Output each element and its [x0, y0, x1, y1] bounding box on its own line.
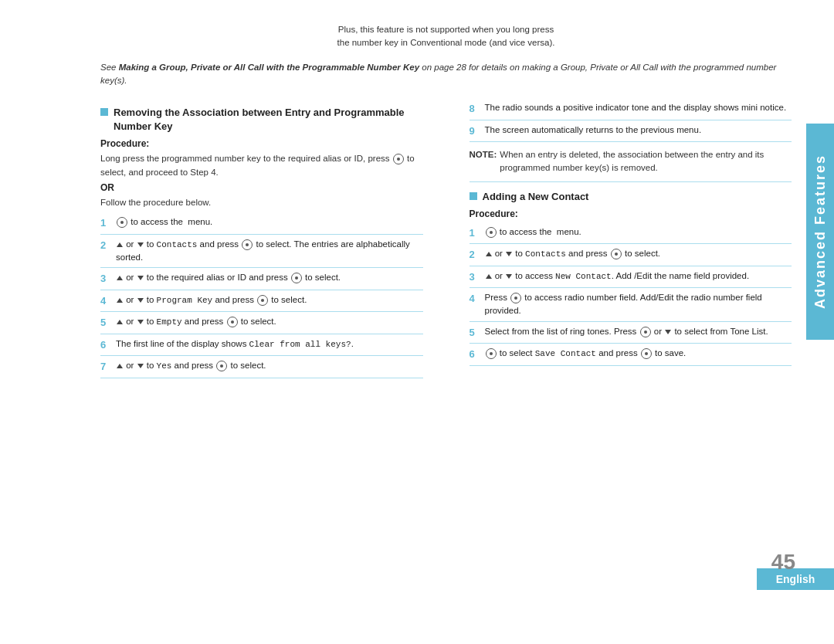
section-divider	[470, 181, 792, 182]
select-icon	[242, 239, 253, 250]
left-steps-list: 1 to access the menu. 2 or to Contacts a…	[100, 212, 423, 378]
blue-bullet-2	[470, 192, 477, 200]
arrow-up-icon	[117, 276, 123, 280]
select-icon	[216, 361, 227, 371]
italic-para: See Making a Group, Private or All Call …	[100, 61, 792, 88]
note-block: NOTE: When an entry is deleted, the asso…	[470, 148, 792, 175]
step-num: 4	[470, 291, 480, 307]
side-tab: Advanced Features	[806, 124, 834, 340]
side-tab-label: Advanced Features	[812, 154, 829, 309]
note-label: NOTE:	[470, 148, 497, 175]
step-num: 1	[100, 215, 111, 231]
step-num: 7	[100, 359, 111, 375]
step-item: 3 or to the required alias or ID and pre…	[100, 268, 423, 290]
step-text: or to Contacts and press to select.	[485, 247, 792, 261]
select-icon	[510, 293, 521, 303]
menu-icon	[117, 217, 127, 228]
left-section-heading: Removing the Association between Entry a…	[100, 106, 423, 134]
step-item: 3 or to access New Contact. Add /Edit th…	[470, 266, 792, 289]
step-num: 4	[100, 293, 111, 309]
step-text: or to the required alias or ID and press…	[116, 271, 423, 284]
step-num: 6	[470, 347, 480, 362]
step-text: The screen automatically returns to the …	[485, 124, 792, 137]
select-icon	[611, 249, 622, 259]
step-item: 2 or to Contacts and press to select.	[470, 244, 792, 266]
select-icon-1	[393, 154, 404, 164]
arrow-up-icon	[117, 320, 123, 324]
adding-steps-list: 1 to access the menu. 2 or to Contacts a…	[470, 222, 792, 366]
step-text: or to Contacts and press to select. The …	[116, 238, 423, 265]
arrow-down-icon	[137, 298, 144, 303]
step-text: to select Save Contact and press to save…	[485, 347, 792, 361]
select-icon	[257, 295, 268, 306]
arrow-down-icon	[665, 330, 671, 334]
step-num: 5	[470, 325, 480, 341]
step-item: 5 or to Empty and press to select.	[100, 312, 423, 334]
two-col-layout: Removing the Association between Entry a…	[100, 98, 792, 378]
blue-bullet	[100, 108, 108, 116]
step-num: 2	[100, 238, 111, 253]
intro-line1: Plus, this feature is not supported when…	[338, 25, 554, 34]
arrow-down-icon	[506, 252, 512, 256]
adding-heading-text: Adding a New Contact	[483, 190, 589, 204]
step-text: to access the menu.	[116, 215, 423, 229]
body-text-1: Long press the programmed number key to …	[100, 152, 423, 179]
step-text: or to Yes and press to select.	[116, 359, 423, 373]
step-item: 4 Press to access radio number field. Ad…	[470, 288, 792, 322]
step-text: or to Empty and press to select.	[116, 315, 423, 329]
step-num: 3	[470, 269, 480, 285]
select-icon	[640, 327, 651, 337]
step-num: 3	[100, 271, 111, 286]
step-item: 6 to select Save Contact and press to sa…	[470, 344, 792, 366]
arrow-up-icon	[117, 298, 123, 303]
step-item: 4 or to Program Key and press to select.	[100, 290, 423, 313]
procedure-label: Procedure:	[100, 138, 423, 149]
arrow-down-icon	[137, 242, 144, 247]
left-column: Removing the Association between Entry a…	[100, 98, 431, 378]
step-text: Press to access radio number field. Add/…	[485, 291, 792, 318]
step-item: 7 or to Yes and press to select.	[100, 356, 423, 378]
arrow-down-icon	[137, 320, 144, 324]
intro-block: Plus, this feature is not supported when…	[100, 23, 792, 50]
step-text: or to Program Key and press to select.	[116, 293, 423, 307]
step-item: 1 to access the menu.	[100, 212, 423, 235]
step-text: to access the menu.	[485, 225, 792, 239]
main-content: Plus, this feature is not supported when…	[100, 23, 792, 621]
step-text: or to access New Contact. Add /Edit the …	[485, 269, 792, 283]
menu-icon	[486, 227, 497, 238]
arrow-up-icon	[117, 242, 123, 247]
select-icon	[291, 273, 302, 283]
step-item: 6 The first line of the display shows Cl…	[100, 334, 423, 357]
right-column: 8 The radio sounds a positive indicator …	[462, 98, 792, 378]
right-step-9: 9 The screen automatically returns to th…	[470, 120, 792, 143]
step-num: 8	[470, 101, 480, 117]
step-num: 2	[470, 247, 480, 263]
select-icon	[227, 317, 238, 327]
step-item: 5 Select from the list of ring tones. Pr…	[470, 322, 792, 344]
adding-procedure-label: Procedure:	[470, 208, 792, 219]
step-num: 9	[470, 124, 480, 139]
step-text: Select from the list of ring tones. Pres…	[485, 325, 792, 338]
page-container: Advanced Features English 45 Plus, this …	[0, 0, 834, 644]
intro-line2: the number key in Conventional mode (and…	[337, 38, 555, 47]
body-text-2: Follow the procedure below.	[100, 196, 423, 209]
step-item: 1 to access the menu.	[470, 222, 792, 245]
arrow-up-icon	[486, 274, 492, 279]
select-icon	[486, 348, 497, 359]
or-label: OR	[100, 182, 423, 193]
step-num: 5	[100, 315, 111, 330]
adding-section-heading: Adding a New Contact	[470, 190, 792, 204]
left-heading-text: Removing the Association between Entry a…	[114, 106, 423, 134]
step-num: 6	[100, 337, 111, 353]
step-item: 2 or to Contacts and press to select. Th…	[100, 235, 423, 269]
note-text: When an entry is deleted, the associatio…	[500, 148, 792, 175]
arrow-down-icon	[506, 274, 512, 279]
right-step-8: 8 The radio sounds a positive indicator …	[470, 98, 792, 120]
step-text: The first line of the display shows Clea…	[116, 337, 423, 351]
step-num: 1	[470, 225, 480, 241]
arrow-down-icon	[137, 276, 144, 280]
select-icon	[641, 348, 652, 359]
arrow-down-icon	[137, 364, 144, 368]
step-text: The radio sounds a positive indicator to…	[485, 101, 792, 114]
arrow-up-icon	[117, 364, 123, 368]
